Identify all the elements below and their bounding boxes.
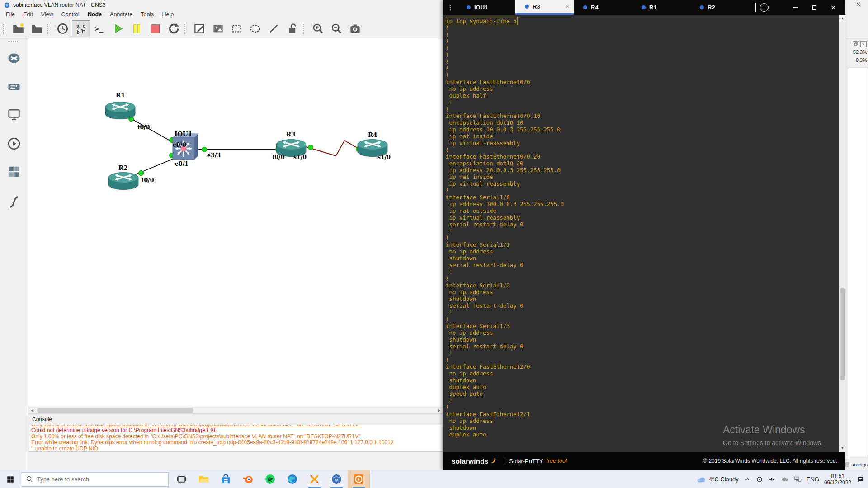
- tray-app-icon[interactable]: [756, 476, 763, 483]
- menu-annotate[interactable]: Annotate: [106, 10, 137, 19]
- console-button[interactable]: >_: [90, 20, 109, 37]
- stop-button[interactable]: [146, 20, 165, 37]
- tab-r3[interactable]: R3×: [515, 0, 574, 15]
- node-label[interactable]: R4: [368, 131, 377, 138]
- menu-help[interactable]: Help: [158, 10, 178, 19]
- canvas-horizontal-scrollbar[interactable]: ◀ ▶: [28, 407, 443, 414]
- lock-button[interactable]: [283, 20, 302, 37]
- terminal-line: encapsulation dot1Q 20: [446, 160, 564, 167]
- minimize-button[interactable]: [786, 0, 805, 15]
- maximize-button[interactable]: [805, 0, 824, 15]
- spotify-taskbar-button[interactable]: [259, 470, 281, 488]
- dock-float-button[interactable]: [853, 41, 859, 47]
- tab-iou1[interactable]: IOU1: [457, 0, 515, 15]
- zoom-in-button[interactable]: [309, 20, 327, 37]
- speaker-icon[interactable]: [768, 475, 776, 483]
- terminal-line: interface FastEthernet2/0: [446, 363, 564, 370]
- suspend-icon: [131, 23, 143, 35]
- scroll-left-icon[interactable]: ◀: [29, 408, 35, 413]
- scroll-right-icon[interactable]: ▶: [436, 408, 442, 413]
- console-line: ': unable to create UDP NIO: [31, 446, 440, 451]
- screenshot-button[interactable]: [346, 20, 364, 37]
- scroll-up-icon[interactable]: ▲: [839, 15, 846, 22]
- kebab-menu-icon[interactable]: ⋮: [443, 0, 457, 15]
- gns3-blue-taskbar-button[interactable]: [326, 470, 348, 488]
- dock-close-button[interactable]: ×: [860, 41, 867, 47]
- terminal[interactable]: ip tcp synwait-time 5!!!!!!!!interface F…: [443, 15, 846, 452]
- search-input[interactable]: [37, 476, 150, 483]
- weather-widget[interactable]: 4°C Cloudy: [696, 474, 739, 484]
- terminal-scrollbar[interactable]: ▲ ▼: [839, 15, 846, 452]
- terminal-line: no ip address: [446, 418, 564, 424]
- terminal-line: interface Serial1/2: [446, 282, 564, 289]
- show-labels-button[interactable]: acb: [72, 20, 90, 37]
- tab-label: R2: [708, 4, 715, 11]
- rectangle-button[interactable]: [227, 20, 246, 37]
- blender-icon: [242, 474, 254, 485]
- scrollbar-thumb[interactable]: [840, 288, 845, 380]
- suspend-button[interactable]: [127, 20, 146, 37]
- menu-tools[interactable]: Tools: [137, 10, 158, 19]
- scrollbar-thumb[interactable]: [37, 408, 193, 413]
- node-label[interactable]: R1: [116, 91, 125, 99]
- console-log[interactable]: Only 1.00% or less of free disk space de…: [29, 425, 442, 451]
- new-session-button[interactable]: +: [756, 0, 772, 15]
- note-button[interactable]: [190, 20, 209, 37]
- notification-icon[interactable]: [856, 475, 864, 483]
- solar-putty-taskbar-button[interactable]: [348, 470, 370, 488]
- menu-control[interactable]: Control: [57, 10, 84, 19]
- node-r1[interactable]: [105, 102, 136, 120]
- clock[interactable]: 01:51 09/12/2022: [824, 473, 851, 486]
- copyright-text: © 2019 SolarWinds Worldwide, LLC. All ri…: [703, 458, 837, 464]
- snapshot-button[interactable]: [53, 20, 72, 37]
- menu-edit[interactable]: Edit: [19, 10, 37, 19]
- menu-view[interactable]: View: [37, 10, 57, 19]
- edge-taskbar-button[interactable]: [281, 470, 303, 488]
- add-link-button[interactable]: [5, 193, 23, 211]
- file-explorer-taskbar-button[interactable]: [193, 470, 215, 488]
- warning-doc-icon: [845, 462, 850, 467]
- menu-node[interactable]: Node: [84, 10, 106, 19]
- serial-link[interactable]: [306, 141, 359, 156]
- node-label[interactable]: R3: [286, 131, 296, 138]
- tab-r2[interactable]: R2: [690, 0, 749, 15]
- node-r2[interactable]: [108, 173, 139, 191]
- browse-all-devices-button[interactable]: [5, 163, 23, 181]
- start-button[interactable]: [0, 470, 21, 488]
- gns3-orange-icon: [309, 474, 320, 485]
- project-open-button[interactable]: [28, 20, 46, 37]
- zoom-out-button[interactable]: [327, 20, 346, 37]
- tab-r1[interactable]: R1: [632, 0, 690, 15]
- project-new-button[interactable]: [9, 20, 28, 37]
- task-view-taskbar-button[interactable]: [170, 470, 193, 488]
- start-button[interactable]: [109, 20, 127, 37]
- browse-security-devices-button[interactable]: [5, 135, 23, 153]
- tab-r4[interactable]: R4: [574, 0, 632, 15]
- close-button[interactable]: ✕: [824, 0, 843, 15]
- terminal-line: !: [446, 275, 564, 282]
- taskbar-search[interactable]: [21, 472, 169, 487]
- topology-canvas[interactable]: R1IOU1R2R3R4f0/0e0/0e0/1f0/0e3/3f0/0s1/0…: [28, 38, 443, 407]
- gns3-close-button[interactable]: ✕: [856, 1, 861, 8]
- ellipse-button[interactable]: [246, 20, 264, 37]
- browse-end-devices-button[interactable]: [5, 105, 23, 123]
- tab-close-icon[interactable]: ×: [566, 3, 569, 10]
- reload-button[interactable]: [165, 20, 183, 37]
- terminal-line: ip address 100.0.0.3 255.255.255.0: [446, 201, 564, 207]
- browse-routers-button[interactable]: [5, 49, 23, 67]
- node-label[interactable]: IOU1: [175, 130, 192, 137]
- image-button[interactable]: [209, 20, 227, 37]
- onedrive-icon[interactable]: [781, 475, 789, 483]
- network-icon[interactable]: [794, 475, 802, 483]
- node-label[interactable]: R2: [118, 164, 128, 171]
- blender-taskbar-button[interactable]: [237, 470, 259, 488]
- store-taskbar-button[interactable]: [215, 470, 237, 488]
- line-button[interactable]: [264, 20, 283, 37]
- menu-file[interactable]: File: [2, 10, 19, 19]
- browse-switches-button[interactable]: [5, 78, 23, 96]
- scroll-down-icon[interactable]: ▼: [839, 445, 846, 451]
- terminal-line: serial restart-delay 0: [446, 343, 564, 350]
- gns3-orange-taskbar-button[interactable]: [303, 470, 326, 488]
- chevron-up-icon[interactable]: [744, 476, 751, 483]
- language-indicator[interactable]: ENG: [807, 476, 819, 483]
